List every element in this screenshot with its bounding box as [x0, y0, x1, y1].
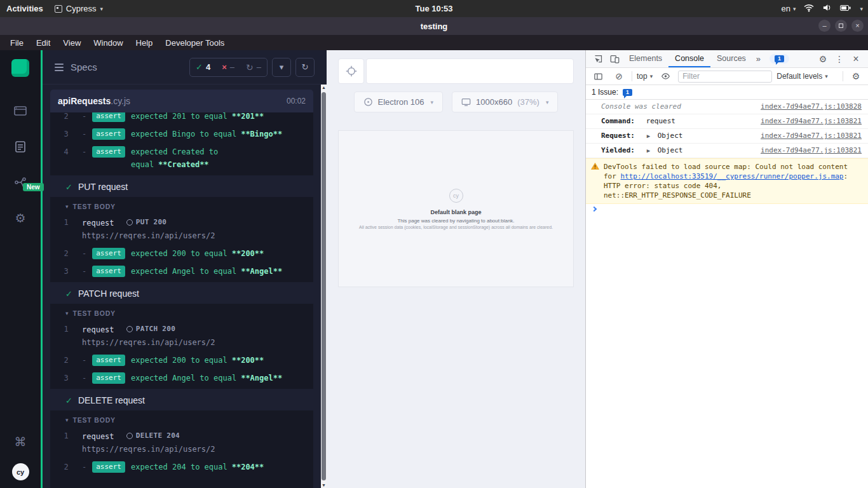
log-label: Command:: [601, 117, 642, 126]
window-title: testing: [421, 22, 448, 31]
console-sidebar-icon[interactable]: [590, 68, 606, 85]
menu-edit[interactable]: Edit: [30, 35, 57, 50]
browser-selector-button[interactable]: Electron 106 ▾: [354, 92, 444, 112]
source-link[interactable]: index-7d94ae77.js:103828: [761, 102, 862, 111]
collapse-sidebar-icon[interactable]: [55, 62, 64, 73]
clock[interactable]: Tue 10:53: [415, 4, 452, 13]
assert-message: expected 200 to equal**200**: [131, 354, 264, 367]
source-map-link[interactable]: http://localhost:33519/__cypress/runner/…: [621, 172, 844, 180]
inspect-element-icon[interactable]: [590, 51, 606, 67]
assert-message: expected 200 to equal**200**: [131, 247, 264, 260]
assert-command-row[interactable]: 3 - assert expected Bingo to equal**Bing…: [50, 125, 313, 143]
app-indicator[interactable]: Cypress ▾: [55, 4, 103, 13]
devtools-settings-gear-icon[interactable]: ⚙: [815, 51, 831, 67]
issues-bar[interactable]: 1 Issue: 1: [586, 85, 868, 100]
reporter-scrollbar[interactable]: ▲ ▼: [321, 85, 327, 488]
javascript-context-dropdown[interactable]: top ▾: [637, 72, 653, 81]
assert-command-row[interactable]: 4 - assert expected Created to equal**Cr…: [50, 143, 313, 173]
specs-list-icon[interactable]: [10, 137, 31, 157]
debug-icon[interactable]: New: [10, 172, 31, 193]
hook-label: TEST BODY: [73, 309, 116, 317]
disclosure-triangle-icon[interactable]: ▶: [647, 133, 650, 139]
menu-help[interactable]: Help: [130, 35, 159, 50]
assert-command-row[interactable]: 2 - assert expected 204 to equal**204**: [50, 458, 313, 476]
selector-playground-button[interactable]: [338, 58, 364, 84]
activities-button[interactable]: Activities: [6, 4, 43, 13]
menu-file[interactable]: File: [4, 35, 30, 50]
assert-message: expected 201 to equal**201**: [131, 112, 264, 123]
source-link[interactable]: index-7d94ae77.js:103821: [761, 146, 862, 155]
test-title[interactable]: ✓ PUT request: [50, 175, 313, 197]
test-stats[interactable]: ✓ 4 × – ↻ –: [189, 58, 268, 77]
assert-dash: -: [82, 112, 86, 123]
request-command-row[interactable]: 1 request PUT 200 ht: [50, 214, 313, 245]
spec-duration: 00:02: [287, 97, 306, 105]
source-link[interactable]: index-7d94ae77.js:103821: [761, 132, 862, 140]
menu-view[interactable]: View: [57, 35, 87, 50]
rerun-tests-button[interactable]: ↻: [295, 58, 315, 77]
assert-command-row[interactable]: 2 - assert expected 201 to equal**201**: [50, 112, 313, 125]
devtools-panel: Elements Console Sources » 1 ⚙ ⋮ × ⊘: [585, 50, 868, 488]
spec-header[interactable]: apiRequests .cy.js 00:02: [50, 90, 313, 112]
console-settings-gear-icon[interactable]: ⚙: [848, 68, 864, 85]
assert-command-row[interactable]: 2 - assert expected 200 to equal**200**: [50, 245, 313, 262]
app-window-icon: [55, 5, 62, 13]
volume-icon[interactable]: [822, 4, 832, 13]
assert-command-row[interactable]: 2 - assert expected 200 to equal**200**: [50, 351, 313, 369]
keyboard-layout-indicator[interactable]: en ▾: [781, 4, 796, 13]
close-button[interactable]: ×: [851, 20, 864, 32]
assert-dash: -: [82, 461, 86, 473]
tab-elements[interactable]: Elements: [623, 50, 668, 67]
hook-test-body[interactable]: ▾ TEST BODY: [50, 412, 313, 427]
assert-dash: -: [82, 247, 86, 260]
clear-console-icon[interactable]: ⊘: [611, 68, 627, 85]
assert-command-row[interactable]: 3 - assert expected Angel to equal**Ange…: [50, 262, 313, 280]
chevron-down-icon: ▾: [100, 6, 104, 12]
settings-gear-icon[interactable]: ⚙: [10, 208, 31, 228]
devtools-close-icon[interactable]: ×: [848, 51, 864, 67]
test-title[interactable]: ✓ DELETE request: [50, 389, 313, 410]
device-toolbar-icon[interactable]: [606, 51, 623, 67]
minimize-button[interactable]: –: [818, 20, 831, 32]
battery-icon[interactable]: [840, 4, 851, 13]
disclosure-triangle-icon[interactable]: ▶: [647, 147, 650, 154]
scroll-down-arrow-icon[interactable]: ▼: [321, 483, 327, 487]
more-tabs-icon[interactable]: »: [752, 54, 764, 64]
log-levels-dropdown[interactable]: Default levels ▾: [776, 72, 828, 81]
assert-command-row[interactable]: 3 - assert expected Angel to equal**Ange…: [50, 369, 313, 387]
wifi-icon[interactable]: [804, 4, 814, 14]
devtools-kebab-menu-icon[interactable]: ⋮: [831, 51, 848, 67]
hook-test-body[interactable]: ▾ TEST BODY: [50, 306, 313, 320]
request-status-chip: PUT 200: [126, 216, 166, 229]
aut-url-input[interactable]: [366, 58, 574, 84]
browsers-icon[interactable]: [10, 101, 31, 121]
issues-counter[interactable]: 1: [770, 54, 789, 64]
collapse-tests-button[interactable]: ▾: [272, 58, 291, 77]
request-command-row[interactable]: 1 request DELETE 204: [50, 427, 313, 458]
system-menu-chevron-icon[interactable]: ▾: [860, 6, 863, 12]
assert-badge: assert: [92, 128, 125, 140]
test-title[interactable]: ✓ PATCH request: [50, 282, 313, 304]
menu-developer-tools[interactable]: Developer Tools: [159, 35, 231, 50]
request-command-row[interactable]: 1 request PATCH 200: [50, 320, 313, 351]
hook-test-body[interactable]: ▾ TEST BODY: [50, 199, 313, 214]
tab-console[interactable]: Console: [668, 50, 710, 67]
chevron-down-icon: ▾: [650, 73, 653, 79]
maximize-button[interactable]: [835, 20, 847, 32]
viewport-label: 1000x660: [476, 97, 512, 107]
pending-count: –: [257, 62, 261, 72]
request-status-chip: DELETE 204: [126, 430, 180, 442]
viewport-size-button[interactable]: 1000x660 (37%) ▾: [452, 92, 558, 112]
scrollbar-thumb[interactable]: [322, 92, 326, 480]
keyboard-shortcuts-icon[interactable]: ⌘: [10, 431, 31, 452]
source-link[interactable]: index-7d94ae77.js:103821: [761, 117, 862, 126]
console-prompt[interactable]: [586, 204, 868, 214]
live-expression-eye-icon[interactable]: [657, 68, 674, 85]
tab-sources[interactable]: Sources: [710, 50, 752, 67]
cypress-avatar-logo[interactable]: cy: [12, 463, 29, 480]
console-toolbar: ⊘ top ▾ Default levels ▾ ⚙: [586, 68, 868, 85]
scroll-up-arrow-icon[interactable]: ▲: [321, 85, 327, 90]
menu-window[interactable]: Window: [87, 35, 129, 50]
console-filter-input[interactable]: [678, 71, 772, 83]
assert-badge: assert: [92, 461, 125, 473]
